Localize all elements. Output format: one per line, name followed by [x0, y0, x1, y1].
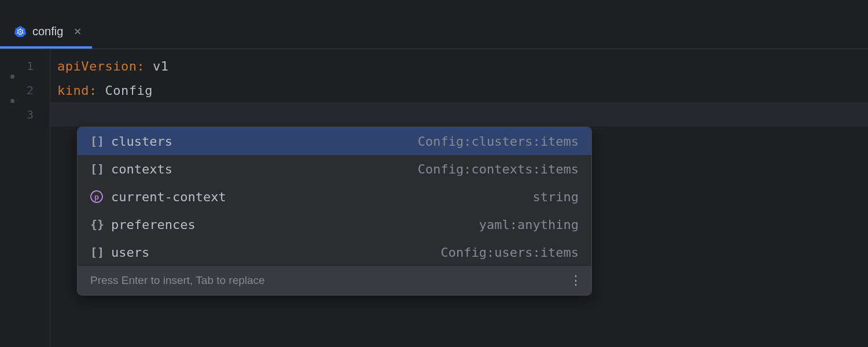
editor-area: 1 2 3 apiVersion: v1 kind: Config [] clu…	[0, 49, 868, 347]
line-number: 1	[27, 59, 34, 73]
completion-label: current-context	[111, 190, 226, 204]
yaml-colon: :	[89, 83, 97, 98]
code-line[interactable]: kind: Config	[50, 78, 868, 102]
svg-point-2	[20, 31, 21, 33]
completion-type: Config:contexts:items	[418, 162, 579, 176]
completion-item-preferences[interactable]: {} preferences yaml:anything	[78, 211, 591, 238]
yaml-colon: :	[137, 59, 145, 73]
kebab-icon[interactable]: ⋮	[569, 274, 582, 287]
completion-item-current-context[interactable]: p current-context string	[78, 183, 591, 211]
completion-item-contexts[interactable]: [] contexts Config:contexts:items	[78, 155, 591, 183]
code-line[interactable]: apiVersion: v1	[50, 54, 868, 78]
gutter-line[interactable]: 1	[0, 54, 50, 78]
code-editor[interactable]: apiVersion: v1 kind: Config [] clusters …	[50, 49, 868, 347]
close-icon[interactable]: ×	[73, 25, 81, 38]
completion-hint: Press Enter to insert, Tab to replace	[90, 274, 265, 287]
tab-title: config	[32, 25, 63, 38]
line-number: 2	[27, 83, 34, 97]
kubernetes-icon	[14, 25, 27, 38]
object-icon: {}	[90, 217, 108, 231]
completion-type: string	[533, 190, 579, 204]
completion-label: clusters	[111, 134, 172, 149]
completion-type: Config:users:items	[441, 245, 579, 260]
completion-label: users	[111, 245, 149, 260]
editor-tabs: config ×	[0, 16, 868, 49]
completion-item-users[interactable]: [] users Config:users:items	[78, 238, 591, 266]
completion-type: yaml:anything	[479, 217, 579, 232]
tab-config[interactable]: config ×	[0, 16, 92, 49]
yaml-key: apiVersion	[57, 59, 137, 73]
completion-type: Config:clusters:items	[418, 134, 579, 149]
yaml-key: kind	[57, 83, 89, 98]
completion-item-clusters[interactable]: [] clusters Config:clusters:items	[78, 127, 591, 155]
svg-line-5	[23, 33, 24, 34]
svg-line-6	[21, 34, 21, 35]
gutter-line[interactable]: 2	[0, 78, 50, 102]
array-icon: []	[90, 245, 108, 259]
gutter: 1 2 3	[0, 49, 50, 347]
property-icon: p	[90, 190, 108, 203]
completion-label: contexts	[111, 162, 172, 176]
completion-label: preferences	[111, 217, 196, 232]
array-icon: []	[90, 162, 108, 176]
window-titlebar	[0, 0, 868, 16]
line-number: 3	[27, 108, 34, 121]
yaml-value: Config	[105, 83, 152, 98]
array-icon: []	[90, 134, 108, 148]
completion-popup: [] clusters Config:clusters:items [] con…	[77, 127, 592, 296]
svg-line-8	[17, 33, 18, 34]
yaml-value: v1	[153, 59, 169, 73]
completion-footer: Press Enter to insert, Tab to replace ⋮	[78, 266, 591, 295]
svg-line-7	[19, 34, 20, 35]
gutter-line[interactable]: 3	[0, 102, 50, 127]
code-line-active[interactable]	[50, 102, 868, 127]
